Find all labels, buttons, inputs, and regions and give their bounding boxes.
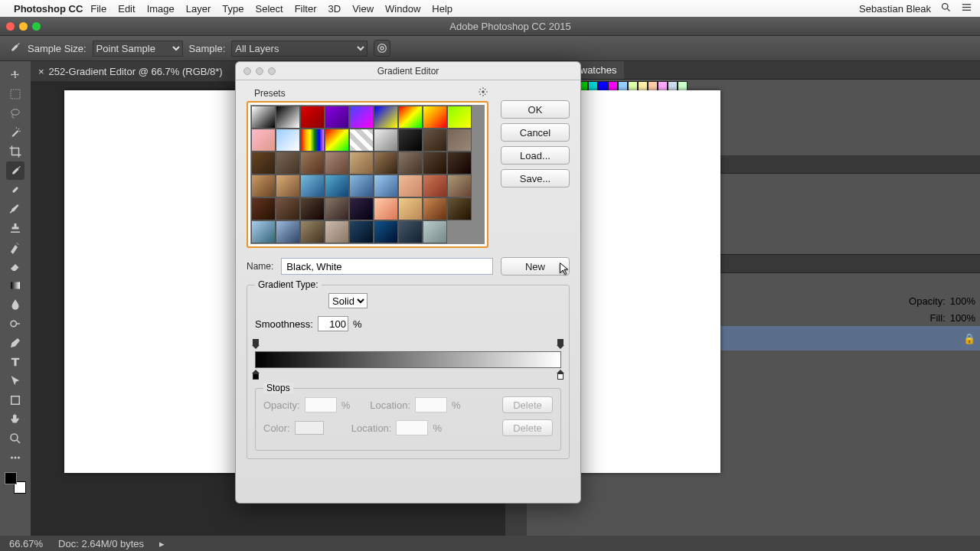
menu-window[interactable]: Window: [385, 3, 420, 15]
smoothness-input[interactable]: [318, 316, 348, 331]
preset-swatch[interactable]: [374, 220, 398, 243]
sample-ring-button[interactable]: [374, 40, 390, 57]
layer-lock-icon[interactable]: 🔒: [963, 333, 975, 344]
menu-filter[interactable]: Filter: [295, 3, 317, 15]
presets-grid[interactable]: [250, 105, 485, 244]
preset-swatch[interactable]: [251, 106, 276, 129]
preset-swatch[interactable]: [447, 197, 472, 220]
preset-swatch[interactable]: [423, 152, 447, 174]
preset-swatch[interactable]: [398, 174, 423, 197]
preset-swatch[interactable]: [325, 220, 349, 243]
brush-tool[interactable]: [6, 200, 24, 218]
zoom-tool[interactable]: [6, 429, 24, 448]
preset-swatch[interactable]: [398, 106, 423, 129]
preset-swatch[interactable]: [423, 129, 447, 152]
dodge-tool[interactable]: [6, 315, 24, 333]
presets-menu-icon[interactable]: [478, 86, 488, 99]
type-tool[interactable]: [6, 353, 24, 371]
menu-type[interactable]: Type: [222, 3, 243, 15]
preset-swatch[interactable]: [447, 129, 472, 152]
preset-swatch[interactable]: [251, 129, 276, 152]
menu-file[interactable]: File: [90, 3, 106, 15]
preset-swatch[interactable]: [300, 220, 325, 243]
close-button[interactable]: [6, 22, 15, 31]
preset-swatch[interactable]: [349, 129, 374, 152]
history-brush-tool[interactable]: [6, 238, 24, 256]
preset-swatch[interactable]: [276, 106, 300, 129]
color-stop-left[interactable]: [252, 370, 260, 380]
spotlight-icon[interactable]: [940, 2, 952, 15]
dialog-titlebar[interactable]: Gradient Editor: [236, 62, 580, 80]
preset-swatch[interactable]: [276, 174, 300, 197]
eyedropper-tool[interactable]: [6, 161, 24, 180]
eraser-tool[interactable]: [6, 257, 24, 276]
load-button[interactable]: Load...: [501, 146, 570, 165]
preset-swatch[interactable]: [325, 197, 349, 220]
stop-location-input-2[interactable]: [396, 420, 428, 435]
edit-toolbar[interactable]: [6, 448, 24, 467]
preset-swatch[interactable]: [300, 106, 325, 129]
save-button[interactable]: Save...: [501, 169, 570, 187]
zoom-button[interactable]: [32, 22, 41, 31]
preset-swatch[interactable]: [374, 106, 398, 129]
window-controls[interactable]: [6, 22, 41, 31]
ok-button[interactable]: OK: [501, 100, 570, 119]
preset-swatch[interactable]: [374, 174, 398, 197]
stop-color-swatch[interactable]: [295, 421, 324, 435]
app-name[interactable]: Photoshop CC: [14, 3, 83, 15]
preset-swatch[interactable]: [300, 152, 325, 174]
preset-swatch[interactable]: [276, 129, 300, 152]
gradient-name-input[interactable]: [281, 258, 493, 275]
preset-swatch[interactable]: [276, 220, 300, 243]
preset-swatch[interactable]: [325, 152, 349, 174]
menu-edit[interactable]: Edit: [118, 3, 135, 15]
fill-value[interactable]: 100%: [950, 312, 975, 324]
menu-list-icon[interactable]: [961, 2, 972, 15]
sample-size-select[interactable]: Point Sample: [93, 41, 183, 57]
gradient-preview-bar[interactable]: [255, 351, 561, 368]
preset-swatch[interactable]: [349, 106, 374, 129]
cancel-button[interactable]: Cancel: [501, 123, 570, 142]
move-tool[interactable]: [6, 66, 24, 84]
crop-tool[interactable]: [6, 142, 24, 161]
preset-swatch[interactable]: [423, 197, 447, 220]
preset-swatch[interactable]: [300, 174, 325, 197]
preset-swatch[interactable]: [398, 220, 423, 243]
preset-swatch[interactable]: [251, 220, 276, 243]
sample-select[interactable]: All Layers: [231, 41, 368, 57]
minimize-button[interactable]: [19, 22, 28, 31]
preset-swatch[interactable]: [325, 129, 349, 152]
opacity-stop-left[interactable]: [252, 339, 260, 349]
preset-swatch[interactable]: [349, 152, 374, 174]
preset-swatch[interactable]: [423, 106, 447, 129]
stamp-tool[interactable]: [6, 219, 24, 237]
wand-tool[interactable]: [6, 123, 24, 142]
preset-swatch[interactable]: [398, 129, 423, 152]
status-arrow-icon[interactable]: ▸: [159, 538, 165, 549]
preset-swatch[interactable]: [251, 152, 276, 174]
user-name[interactable]: Sebastian Bleak: [859, 3, 931, 15]
heal-tool[interactable]: [6, 181, 24, 199]
preset-swatch[interactable]: [300, 129, 325, 152]
pen-tool[interactable]: [6, 334, 24, 352]
preset-swatch[interactable]: [276, 152, 300, 174]
opacity-stop-right[interactable]: [557, 339, 564, 349]
preset-swatch[interactable]: [251, 197, 276, 220]
preset-swatch[interactable]: [374, 129, 398, 152]
preset-swatch[interactable]: [349, 220, 374, 243]
preset-swatch[interactable]: [349, 197, 374, 220]
menu-view[interactable]: View: [352, 3, 374, 15]
gradient-tool[interactable]: [6, 276, 24, 295]
close-tab-icon[interactable]: ×: [38, 66, 44, 77]
preset-swatch[interactable]: [398, 197, 423, 220]
new-button[interactable]: New: [501, 257, 570, 276]
preset-swatch[interactable]: [447, 174, 472, 197]
preset-swatch[interactable]: [251, 174, 276, 197]
menu-help[interactable]: Help: [432, 3, 452, 15]
menu-select[interactable]: Select: [255, 3, 283, 15]
preset-swatch[interactable]: [423, 220, 447, 243]
opacity-value[interactable]: 100%: [950, 295, 975, 307]
zoom-level[interactable]: 66.67%: [9, 538, 43, 549]
preset-swatch[interactable]: [447, 152, 472, 174]
preset-swatch[interactable]: [325, 174, 349, 197]
